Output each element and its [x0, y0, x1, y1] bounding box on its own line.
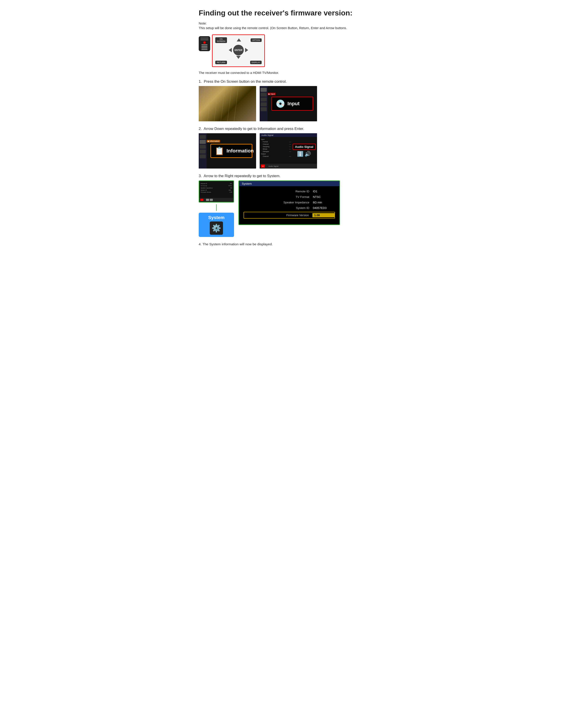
info-sidebar: [199, 133, 207, 169]
note-text: This setup will be done using the remote…: [199, 26, 364, 30]
option-button: OPTION: [250, 38, 261, 42]
system-panel: System Remote ID ID1 TV Format NTSC Spea…: [238, 180, 340, 225]
sys-value-tv-format: NTSC: [313, 195, 335, 199]
remote-container: ON SCREEN OPTION ENTER RETURN DISPLAY: [199, 34, 267, 67]
audio-title-bar: Audio Signal: [259, 133, 317, 137]
audio-icons: ℹ️ 🔊: [297, 151, 311, 157]
piano-strings-svg: [199, 86, 256, 121]
remote-bar-1: [200, 38, 208, 39]
audio-row-sampling: Sampling----: [261, 146, 291, 148]
on-screen-button: ON SCREEN: [215, 37, 227, 43]
sys-row-system-id: System ID 04057ED3: [243, 206, 335, 210]
input-label: Input: [288, 101, 300, 107]
display-button: DISPLAY: [250, 61, 261, 64]
audio-right: Audio Signal ℹ️ 🔊: [293, 138, 316, 162]
info-label: Information: [226, 148, 254, 154]
arrow-down-icon: [236, 56, 241, 59]
sys-label-system-id: System ID: [243, 206, 313, 210]
audio-signal-box: Audio Signal: [293, 144, 316, 150]
system-card-label: System: [208, 215, 224, 220]
sidebar-item-5: [260, 107, 267, 111]
audio-row-output: Output: [261, 153, 291, 155]
small-sys-table: Remote IDID1 TV FormatNTSC Speaker Imped…: [199, 181, 233, 195]
page-title: Finding out the receiver's firmware vers…: [199, 9, 364, 17]
step-4: 4. The System information will now be di…: [199, 242, 364, 246]
sys-label-firmware: Firmware Version: [244, 214, 313, 217]
sidebar-item-1: [260, 88, 267, 92]
remote-btn-1: [201, 44, 207, 45]
audio-signal-label: Audio Signal: [295, 145, 313, 148]
step-3-title: 3. Arrow to the Right repeatedly to get …: [199, 174, 364, 178]
info-sidebar-item-3: [199, 145, 206, 149]
step-1-title: 1. Press the On Screen button on the rem…: [199, 79, 364, 84]
audio-bottom-bar: ● Audio Signal: [259, 164, 317, 169]
step-2-text: Arrow Down repeatedly to get to Informat…: [203, 127, 304, 131]
enter-button: ENTER: [233, 45, 244, 55]
input-highlight-box: 💿 Input: [271, 97, 313, 111]
input-menu-screen: ▶ Input 💿 Input: [259, 86, 317, 121]
step-3-left: Remote IDID1 TV FormatNTSC Speaker Imped…: [199, 180, 234, 237]
step-3: 3. Arrow to the Right repeatedly to get …: [199, 174, 364, 237]
info-sidebar-item-1: [199, 135, 206, 139]
menu-main: 💿 Input: [267, 86, 317, 121]
step-1-screenshots: ▶ Input 💿 Input: [199, 86, 364, 121]
sys-row-tv-format: TV Format NTSC: [243, 195, 335, 199]
sys-value-system-id: 04057ED3: [313, 206, 335, 210]
system-panel-body: Remote ID ID1 TV Format NTSC Speaker Imp…: [239, 186, 339, 224]
piano-screen: [199, 86, 256, 121]
sys-value-firmware: 1.08: [313, 213, 335, 217]
sys-bottom-dot-2: [206, 199, 209, 201]
system-panel-title: System: [239, 181, 339, 186]
remote-bar-2: [200, 39, 208, 40]
remote-bottom-row: RETURN DISPLAY: [215, 61, 261, 64]
remote-top-row: ON SCREEN OPTION: [215, 37, 261, 43]
remote-highlight: [203, 41, 205, 44]
audio-row-channel: Channel----: [261, 143, 291, 145]
remote-btn-2: [201, 46, 207, 47]
svg-line-0: [201, 86, 205, 121]
step-2: 2. Arrow Down repeatedly to get to Infor…: [199, 127, 364, 169]
sys-value-remote-id: ID1: [313, 190, 335, 193]
small-system-screen: Remote IDID1 TV FormatNTSC Speaker Imped…: [199, 180, 234, 203]
svg-line-5: [234, 86, 238, 121]
sys-row-speaker-impedance: Speaker Impedance 8Ω min: [243, 201, 335, 204]
info-circle-icon: ℹ️: [297, 151, 304, 157]
sys-label-speaker-impedance: Speaker Impedance: [243, 201, 313, 204]
sys-bottom-dot-3: [210, 199, 213, 201]
info-icon: 📋: [214, 146, 224, 156]
remote-middle-row: ENTER: [229, 45, 248, 55]
small-sys-row-5: Firmware Version1.08: [201, 191, 232, 193]
svg-line-4: [227, 86, 232, 121]
system-card: System ⚙️: [199, 213, 234, 237]
system-card-icon: ⚙️: [210, 221, 223, 235]
step-2-number: 2.: [199, 127, 202, 131]
step-2-title: 2. Arrow Down repeatedly to get to Infor…: [199, 127, 364, 131]
audio-signal-screen: Audio Signal Input Format---- Channel---…: [259, 133, 317, 169]
menu-sidebar: [259, 86, 267, 121]
info-sidebar-item-5: [199, 154, 206, 158]
audio-bottom-icon-1: ●: [261, 165, 265, 168]
svg-line-3: [221, 86, 225, 121]
audio-table: Input Format---- Channel---- Sampling---…: [261, 138, 291, 162]
audio-row-format: Format----: [261, 141, 291, 143]
audio-row-bitrate: Bitrate----: [261, 148, 291, 150]
connector-text: The receiver must be connected to a HDMI…: [199, 71, 364, 75]
speaker-icon: 🔊: [305, 151, 311, 157]
piano-background: [199, 86, 256, 121]
svg-line-2: [214, 86, 218, 121]
arrow-up-icon: [237, 38, 241, 41]
step-4-text: 4. The System information will now be di…: [199, 242, 364, 246]
remote-btn-3: [201, 47, 207, 48]
small-sys-row-4: System ID040...: [201, 189, 232, 191]
sys-label-tv-format: TV Format: [243, 195, 313, 199]
step-3-text: Arrow to the Right repeatedly to get to …: [203, 174, 280, 178]
return-button: RETURN: [215, 61, 227, 64]
info-sidebar-item-2: [199, 140, 206, 144]
audio-bottom-text: Audio Signal: [268, 165, 278, 167]
info-main: 📋 Information: [207, 133, 256, 169]
sys-value-speaker-impedance: 8Ω min: [313, 201, 335, 204]
input-icon: 💿: [275, 99, 285, 108]
remote-btn-4: [201, 49, 207, 50]
arrow-left-icon: [229, 48, 232, 52]
step-1-number: 1.: [199, 79, 202, 84]
